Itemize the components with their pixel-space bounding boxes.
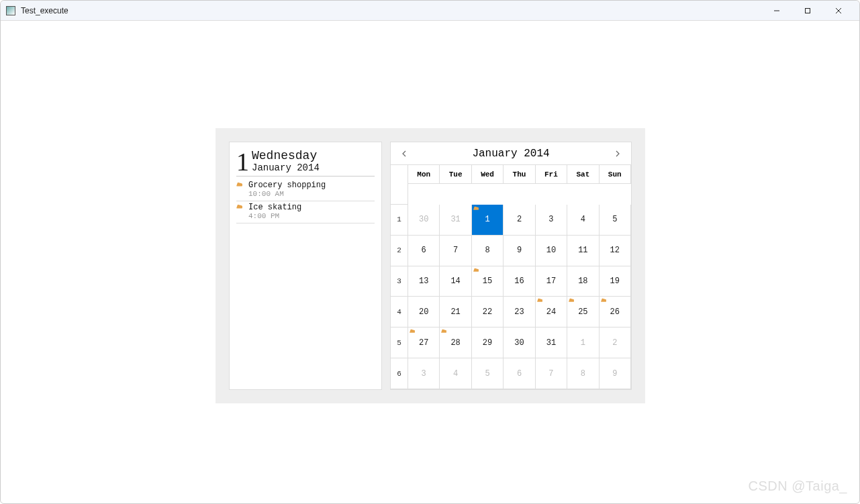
calendar-widget: 1 Wednesday January 2014 Grocery shoppin… [216, 128, 645, 403]
calendar-dow: Tue [440, 165, 471, 184]
svg-rect-1 [806, 8, 810, 13]
calendar-day[interactable]: 7 [440, 236, 471, 266]
calendar-day[interactable]: 25 [567, 297, 599, 327]
app-window: Test_execute 1 Wednesday January 2014 Gr… [0, 0, 860, 504]
event-marker-icon [473, 206, 479, 212]
calendar-day[interactable]: 23 [504, 297, 535, 327]
event-marker-icon [473, 268, 479, 274]
minimize-button[interactable] [761, 1, 792, 21]
calendar-day[interactable]: 8 [472, 236, 504, 266]
day-number: 1 [236, 149, 249, 174]
day-header: 1 Wednesday January 2014 [236, 149, 375, 177]
calendar-dow: Sun [600, 165, 631, 184]
calendar-day[interactable]: 10 [536, 236, 567, 266]
calendar-day[interactable]: 11 [567, 236, 599, 266]
calendar-panel: January 2014 MonTueWedThuFriSatSun130311… [390, 142, 632, 390]
event-marker-icon [601, 298, 607, 304]
calendar-day[interactable]: 12 [600, 236, 631, 266]
calendar-day[interactable]: 20 [408, 297, 440, 327]
calendar-dow: Wed [472, 165, 504, 184]
week-number: 6 [391, 358, 408, 389]
event-marker-icon [537, 298, 543, 304]
calendar-grid: MonTueWedThuFriSatSun1303112345267891011… [391, 165, 631, 389]
calendar-day[interactable]: 27 [408, 327, 440, 358]
calendar-day[interactable]: 9 [504, 236, 535, 266]
calendar-dow: Sat [567, 165, 599, 184]
event-item[interactable]: Ice skating4:00 PM [236, 201, 375, 223]
window-controls [761, 1, 854, 21]
event-list: Grocery shopping10:00 AMIce skating4:00 … [236, 179, 375, 223]
calendar-day[interactable]: 1 [472, 205, 504, 236]
calendar-day[interactable]: 3 [408, 358, 440, 389]
calendar-dow: Thu [504, 165, 535, 184]
calendar-day[interactable]: 28 [440, 327, 471, 358]
close-button[interactable] [823, 1, 854, 21]
event-icon [236, 204, 244, 212]
calendar-dow: Fri [536, 165, 567, 184]
calendar-day[interactable]: 3 [536, 205, 567, 236]
calendar-title: January 2014 [472, 148, 549, 160]
day-panel: 1 Wednesday January 2014 Grocery shoppin… [229, 142, 382, 390]
calendar-dow: Mon [408, 165, 440, 184]
calendar-day[interactable]: 30 [504, 327, 535, 358]
calendar-day[interactable]: 1 [567, 327, 599, 358]
event-marker-icon [410, 329, 416, 335]
week-number: 2 [391, 236, 408, 266]
day-meta: Wednesday January 2014 [252, 149, 320, 173]
event-title: Grocery shopping [248, 181, 326, 190]
calendar-day[interactable]: 14 [440, 266, 471, 297]
event-marker-icon [441, 329, 447, 335]
app-icon [6, 6, 15, 15]
event-time: 10:00 AM [248, 190, 326, 198]
next-month-button[interactable] [611, 147, 624, 160]
window-title: Test_execute [21, 6, 761, 15]
calendar-day[interactable]: 15 [472, 266, 504, 297]
calendar-corner [391, 165, 408, 205]
event-item[interactable]: Grocery shopping10:00 AM [236, 179, 375, 201]
month-year-label: January 2014 [252, 162, 320, 173]
calendar-day[interactable]: 4 [440, 358, 471, 389]
calendar-day[interactable]: 17 [536, 266, 567, 297]
weekday-label: Wednesday [252, 149, 320, 162]
calendar-day[interactable]: 29 [472, 327, 504, 358]
calendar-day[interactable]: 4 [567, 205, 599, 236]
calendar-day[interactable]: 30 [408, 205, 440, 236]
calendar-day[interactable]: 6 [504, 358, 535, 389]
calendar-day[interactable]: 26 [600, 297, 631, 327]
calendar-day[interactable]: 5 [600, 205, 631, 236]
watermark: CSDN @Taiga_ [749, 478, 847, 494]
calendar-day[interactable]: 7 [536, 358, 567, 389]
calendar-day[interactable]: 6 [408, 236, 440, 266]
calendar-day[interactable]: 19 [600, 266, 631, 297]
calendar-day[interactable]: 2 [600, 327, 631, 358]
maximize-button[interactable] [792, 1, 823, 21]
event-title: Ice skating [248, 203, 301, 212]
calendar-day[interactable]: 16 [504, 266, 535, 297]
calendar-day[interactable]: 22 [472, 297, 504, 327]
week-number: 3 [391, 266, 408, 297]
event-time: 4:00 PM [248, 212, 301, 220]
event-icon [236, 182, 244, 190]
prev-month-button[interactable] [397, 147, 411, 160]
calendar-day[interactable]: 31 [536, 327, 567, 358]
calendar-header: January 2014 [391, 142, 631, 165]
event-marker-icon [569, 298, 575, 304]
calendar-day[interactable]: 13 [408, 266, 440, 297]
calendar-day[interactable]: 31 [440, 205, 471, 236]
calendar-day[interactable]: 24 [536, 297, 567, 327]
calendar-day[interactable]: 5 [472, 358, 504, 389]
week-number: 5 [391, 327, 408, 358]
calendar-day[interactable]: 18 [567, 266, 599, 297]
titlebar[interactable]: Test_execute [1, 1, 859, 21]
week-number: 1 [391, 205, 408, 236]
calendar-day[interactable]: 21 [440, 297, 471, 327]
calendar-day[interactable]: 2 [504, 205, 535, 236]
week-number: 4 [391, 297, 408, 327]
calendar-day[interactable]: 8 [567, 358, 599, 389]
calendar-day[interactable]: 9 [600, 358, 631, 389]
